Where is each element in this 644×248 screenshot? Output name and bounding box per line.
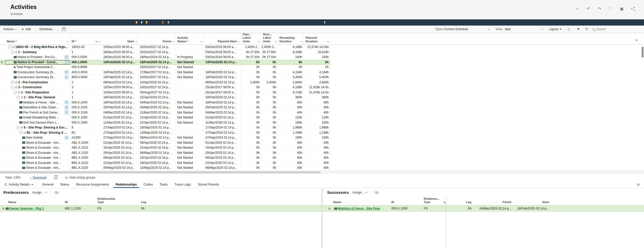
collapse-icon[interactable]: − — [8, 45, 11, 49]
succ-column-header[interactable]: Relations... Type — [424, 197, 439, 204]
cell-relationship-type[interactable]: FS — [424, 206, 428, 211]
confirm-icon[interactable]: ✓ — [576, 7, 579, 11]
name-cell[interactable]: Notice to Proceed - Const... — [5, 60, 70, 65]
column-header-name[interactable]: Name * — [5, 33, 70, 44]
cell-rem_units[interactable]: 0h — [261, 100, 278, 105]
cell-id[interactable]: 000.X.1060 — [70, 120, 102, 125]
cell-start[interactable]: 15/Dec/2020 08:00 a... — [102, 45, 138, 50]
filter-icon[interactable] — [577, 28, 580, 30]
expand-icon[interactable]: + — [11, 81, 14, 84]
cell-plan_units[interactable]: 0h — [241, 60, 261, 65]
column-menu-icon[interactable] — [301, 40, 303, 42]
name-cell[interactable]: −▤B1 - Site Prep: Shoring & Exca... — [5, 130, 70, 135]
cell-planned_start[interactable]: 27/Sep/2024 02:14 p... — [204, 125, 241, 130]
cell-finish[interactable]: 28/Nov/2024 02:14 p... — [138, 55, 176, 60]
task-indicator-icon[interactable] — [65, 136, 68, 139]
cell-status[interactable]: In Progress — [176, 55, 204, 60]
sort-indicator-icon[interactable]: ⇅ — [444, 201, 446, 204]
column-header-rdur[interactable]: Remaining Duration — [278, 33, 304, 44]
activity-row[interactable]: ◆Total Project Substantial C...000.9.999… — [0, 65, 331, 70]
cell-plan_dur[interactable]: 40h — [304, 161, 331, 165]
cell-id[interactable]: 6 — [70, 125, 102, 130]
cell-plan_dur[interactable]: 120h — [304, 115, 331, 120]
cell-finish[interactable]: 20/Oct/2027 02:14 p... — [138, 50, 176, 55]
cell-plan_dur[interactable]: 21,918h 14.0n — [304, 85, 331, 90]
activity-name[interactable]: Shore & Excavate - Are... — [26, 166, 61, 170]
activity-row[interactable]: Construction Summary (N...A00.0.000018/F… — [0, 70, 331, 75]
activity-row[interactable]: Notice to Proceed - Pre-Co...000.0.00002… — [0, 55, 331, 60]
cell-rem_units[interactable]: 0h — [261, 60, 278, 65]
cell-planned_start[interactable] — [204, 65, 241, 70]
cell-rem_units[interactable]: 0h — [261, 90, 278, 95]
cell-rem_dur[interactable]: 240h — [278, 120, 304, 125]
activity-name[interactable]: Shore & Excavate - Are... — [26, 146, 61, 149]
cell-plan_units[interactable]: 0h — [241, 105, 261, 110]
cell-rem_dur[interactable]: 6,168h — [278, 45, 304, 50]
cell-rem_dur[interactable]: 5,400h — [278, 75, 304, 80]
link-icon[interactable] — [54, 191, 57, 194]
column-header-plan[interactable]: Plan... Labor Units — [241, 33, 261, 44]
cell-start[interactable]: 15/Dec/2020 08:00 a... — [102, 90, 138, 95]
activity-name[interactable]: Pre-Trench at Soil Ceme... — [23, 111, 60, 114]
row-menu-gear-icon[interactable]: ⚙ — [328, 206, 331, 211]
column-menu-icon[interactable] — [200, 40, 202, 42]
cell-finish[interactable]: 22/Apr/2025 02:14 p... — [138, 115, 176, 120]
cell-rem_units[interactable]: 0h — [261, 70, 278, 75]
cell-id[interactable]: 000.X.1020 — [70, 105, 102, 110]
cell-start[interactable]: 15/Dec/2020 08:00 a... — [102, 85, 138, 90]
cell-plan_units[interactable]: 0h — [241, 145, 261, 150]
cell-planned_start[interactable]: 27/Sep/2024 02:14 p... — [204, 130, 241, 135]
cell-plan_dur[interactable]: 80h — [304, 100, 331, 105]
cell-rem_units[interactable]: 0h — [261, 150, 278, 155]
cell-start[interactable]: 14/Feb/2025 02:14 p... — [102, 60, 138, 65]
name-cell[interactable]: Shore & Excavate - Are... — [5, 145, 70, 150]
name-cell[interactable]: Shore & Excavate - Are... — [5, 161, 70, 165]
cell-finish[interactable]: 22/Apr/2025 02:14 p... — [138, 95, 176, 100]
collapse-icon[interactable]: − — [11, 86, 14, 89]
cell-rem_dur[interactable]: 40h — [278, 161, 304, 165]
cell-rem_dur[interactable]: 240h — [278, 55, 304, 60]
cell-plan_dur[interactable]: 40h — [304, 165, 331, 170]
activity-row[interactable]: Mobilize & Fence - Site ...000.X.100018/… — [0, 100, 331, 105]
cell-planned_start[interactable]: 18/Feb/2025 02:14 p... — [204, 100, 241, 105]
column-menu-icon[interactable] — [135, 40, 137, 42]
name-cell[interactable]: Construction Summary (N... — [5, 75, 70, 80]
cell-rem_dur[interactable]: 40h — [278, 155, 304, 160]
cell-rem_dur[interactable]: 240h — [278, 135, 304, 140]
cell-start[interactable]: 06/May/2025 02:14 p... — [102, 165, 138, 170]
activity-row[interactable]: Shore & Excavate - Are...BB1.X.102006/Ma… — [0, 165, 331, 171]
activity-row[interactable]: −▤1 - Site Preparation115/Dec/2020 08:00… — [0, 90, 331, 95]
cell-rem_units[interactable]: 0h — [261, 105, 278, 110]
task-indicator-icon[interactable] — [65, 111, 68, 114]
cell-rem_units[interactable]: 0h — [261, 140, 278, 145]
collapse-icon[interactable]: − — [19, 131, 23, 134]
cell-plan_units[interactable]: 0h — [241, 70, 261, 75]
column-menu-icon[interactable] — [258, 40, 260, 42]
name-cell[interactable]: −▤1 - Site Preparation — [5, 90, 70, 95]
name-cell[interactable]: +▤2 - Pre-Construction — [5, 80, 70, 85]
row-menu-gear-icon[interactable]: ⚙ — [1, 61, 3, 64]
cell-rem_dur[interactable]: 1,248h — [278, 130, 304, 135]
cell-relationship-type[interactable]: FS — [97, 206, 101, 211]
link-icon[interactable] — [375, 191, 378, 194]
cell-planned_start[interactable]: 25/Jan/2017 08:00 a... — [204, 85, 241, 90]
succ-column-header[interactable]: ID — [391, 201, 394, 204]
column-menu-icon[interactable] — [327, 40, 329, 42]
cell-planned_start[interactable]: 22/Apr/2025 02:14 p... — [204, 161, 241, 165]
cell-rem_dur[interactable]: 6,168h — [278, 85, 304, 90]
cell-id[interactable]: 000.X.1000 — [391, 206, 408, 211]
name-cell[interactable]: ◆Total Project Substantial C... — [5, 65, 70, 70]
cell-status[interactable]: Not Started — [176, 75, 204, 80]
activity-row[interactable]: Shore & Excavate - Are...AB1.X.102029/Ap… — [0, 150, 331, 156]
cell-plan_dur[interactable]: 8h — [304, 60, 331, 65]
cell-id[interactable]: 000.X.1050 — [70, 115, 102, 120]
cell-rem_dur[interactable]: 5,728h — [278, 90, 304, 95]
horizontal-scrollbar[interactable] — [0, 171, 644, 174]
cell-finish[interactable]: 29/Apr/2025 02:14 p... — [138, 161, 176, 165]
activity-row[interactable]: Pre-Trench at Soil Ceme...000.X.103004/M… — [0, 110, 331, 115]
activity-name[interactable]: Notice to Proceed - Const... — [18, 60, 58, 64]
cell-plan_units[interactable]: 0h — [241, 65, 261, 70]
cell-finish[interactable]: 15/Apr/2025 02:14 p... — [138, 155, 176, 160]
cell-plan_units[interactable]: 0h — [241, 140, 261, 145]
cell-plan_units[interactable]: 0h — [241, 135, 261, 140]
